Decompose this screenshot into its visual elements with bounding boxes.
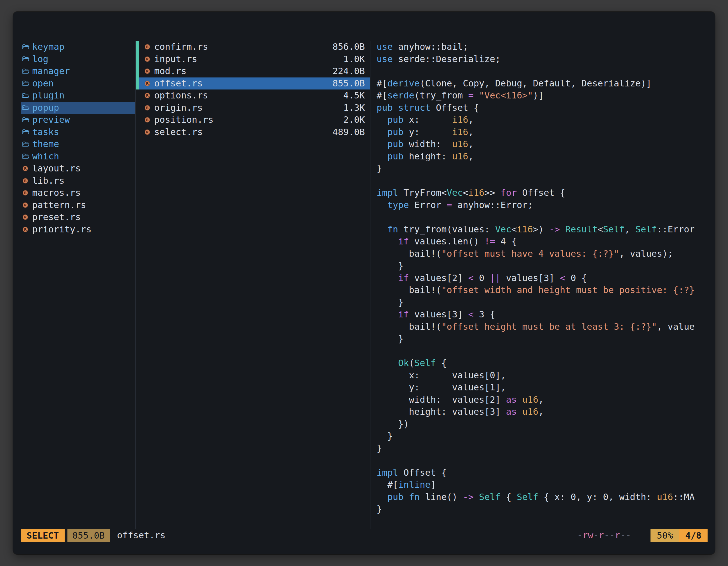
directory-name: which — [32, 151, 59, 163]
code-line: } — [377, 163, 708, 175]
file-name: options.rs — [154, 90, 208, 102]
sidebar-item-directory[interactable]: tasks — [21, 126, 135, 139]
sidebar-item-directory[interactable]: preview — [21, 114, 135, 126]
sidebar-item-file[interactable]: R lib.rs — [21, 175, 135, 187]
folder-icon — [22, 105, 32, 111]
mode-badge: SELECT — [21, 529, 65, 542]
file-row-body: R origin.rs 1.3K — [139, 102, 370, 114]
file-row[interactable]: R mod.rs 224.0B — [136, 65, 370, 78]
file-size: 224.0B — [332, 65, 365, 78]
sidebar-item-directory[interactable]: theme — [21, 138, 135, 151]
code-line: #[inline] — [377, 479, 708, 491]
rust-file-icon: R — [144, 117, 154, 123]
code-line: Ok(Self { — [377, 357, 708, 369]
svg-text:R: R — [24, 191, 27, 195]
file-name: preset.rs — [32, 211, 81, 224]
directory-name: open — [32, 78, 54, 90]
svg-text:R: R — [146, 69, 149, 73]
code-line — [377, 175, 708, 187]
code-line: pub y: i16, — [377, 126, 708, 139]
folder-icon — [22, 80, 32, 86]
code-line: } — [377, 442, 708, 455]
file-name: layout.rs — [32, 163, 81, 175]
file-name: offset.rs — [154, 78, 203, 90]
directory-name: keymap — [32, 41, 65, 53]
code-line — [377, 345, 708, 357]
code-line: }) — [377, 418, 708, 430]
code-line: } — [377, 260, 708, 272]
sidebar-item-directory[interactable]: log — [21, 53, 135, 65]
folder-icon — [22, 93, 32, 99]
sidebar-item-directory[interactable]: popup — [21, 102, 135, 114]
code-line: if values[3] < 3 { — [377, 308, 708, 321]
code-line — [377, 65, 708, 78]
status-filename: offset.rs — [117, 529, 165, 542]
sidebar-item-directory[interactable]: plugin — [21, 90, 135, 102]
file-row[interactable]: R origin.rs 1.3K — [136, 102, 370, 114]
code-line: pub width: u16, — [377, 138, 708, 151]
sidebar-item-file[interactable]: R priority.rs — [21, 224, 135, 236]
directory-name: theme — [32, 138, 59, 151]
rust-file-icon: R — [144, 80, 154, 87]
code-line: pub struct Offset { — [377, 102, 708, 114]
file-name: confirm.rs — [154, 41, 208, 53]
folder-icon — [22, 141, 32, 147]
svg-text:R: R — [24, 228, 27, 232]
directory-name: manager — [32, 65, 70, 78]
selection-marker — [136, 78, 139, 90]
sidebar-item-file[interactable]: R pattern.rs — [21, 199, 135, 212]
file-row[interactable]: R position.rs 2.0K — [136, 114, 370, 126]
code-line: pub fn line() -> Self { Self { x: 0, y: … — [377, 491, 708, 503]
directory-name: tasks — [32, 126, 59, 139]
sidebar-item-file[interactable]: R macros.rs — [21, 187, 135, 199]
rust-file-icon: R — [22, 178, 32, 184]
file-row[interactable]: R offset.rs 855.0B — [136, 78, 370, 90]
file-row-body: R input.rs 1.0K — [139, 53, 370, 65]
selection-marker — [136, 41, 139, 53]
file-size: 2.0K — [343, 114, 365, 126]
file-row[interactable]: R input.rs 1.0K — [136, 53, 370, 65]
sidebar-item-file[interactable]: R preset.rs — [21, 211, 135, 224]
sidebar-item-directory[interactable]: keymap — [21, 41, 135, 53]
file-row[interactable]: R options.rs 4.5K — [136, 90, 370, 102]
file-manager: keymap log manager open — [21, 41, 708, 529]
rust-file-icon: R — [22, 165, 32, 172]
svg-text:R: R — [146, 45, 149, 49]
code-line: fn try_from(values: Vec<i16>) -> Result<… — [377, 224, 708, 236]
filesize-badge: 855.0B — [67, 529, 110, 542]
code-line: } — [377, 296, 708, 309]
file-row[interactable]: R select.rs 489.0B — [136, 126, 370, 139]
rust-file-icon: R — [22, 214, 32, 220]
svg-text:R: R — [24, 215, 27, 219]
rust-file-icon: R — [144, 92, 154, 99]
file-row-body: R position.rs 2.0K — [139, 114, 370, 126]
file-row[interactable]: R confirm.rs 856.0B — [136, 41, 370, 53]
file-name: lib.rs — [32, 175, 65, 187]
file-name: position.rs — [154, 114, 213, 126]
svg-text:R: R — [146, 57, 149, 61]
folder-icon — [22, 44, 32, 50]
directory-name: popup — [32, 102, 59, 114]
code-line: width: values[2] as u16, — [377, 394, 708, 406]
sidebar-item-directory[interactable]: manager — [21, 65, 135, 78]
file-row-body: R select.rs 489.0B — [139, 126, 370, 139]
folder-icon — [22, 117, 32, 123]
file-row-body: R options.rs 4.5K — [139, 90, 370, 102]
file-name: select.rs — [154, 126, 203, 139]
file-name: mod.rs — [154, 65, 187, 78]
rust-file-icon: R — [144, 129, 154, 135]
rust-file-icon: R — [22, 226, 32, 233]
sidebar-item-file[interactable]: R layout.rs — [21, 163, 135, 175]
terminal-window: keymap log manager open — [13, 12, 715, 554]
directory-name: plugin — [32, 90, 65, 102]
sidebar-item-directory[interactable]: which — [21, 151, 135, 163]
folder-icon — [22, 153, 32, 159]
file-size: 489.0B — [332, 126, 365, 139]
sidebar-item-directory[interactable]: open — [21, 78, 135, 90]
selection-marker — [136, 126, 139, 139]
parent-directory-pane: keymap log manager open — [21, 41, 135, 529]
code-line: use anyhow::bail; — [377, 41, 708, 53]
code-line — [377, 211, 708, 224]
cursor-position-badge: 4/8 — [679, 529, 708, 542]
current-directory-pane: R confirm.rs 856.0B R input.rs 1.0K — [135, 41, 370, 529]
